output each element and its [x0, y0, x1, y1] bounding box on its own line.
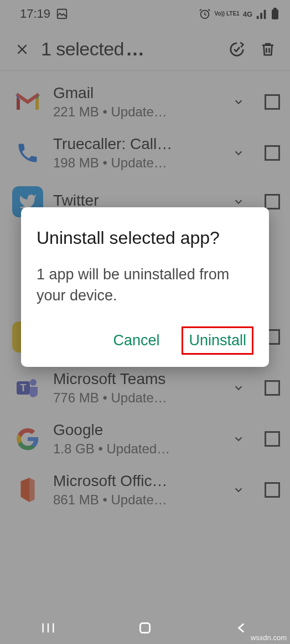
uninstall-dialog: Uninstall selected app? 1 app will be un…	[21, 207, 269, 367]
uninstall-button[interactable]: Uninstall	[182, 326, 253, 355]
svg-rect-7	[140, 623, 149, 632]
dialog-title: Uninstall selected app?	[37, 226, 253, 250]
cancel-button[interactable]: Cancel	[106, 326, 166, 355]
nav-bar	[0, 612, 290, 644]
watermark: wsxdn.com	[251, 633, 287, 642]
nav-recents-icon[interactable]	[32, 620, 65, 636]
nav-home-icon[interactable]	[128, 621, 162, 635]
dialog-body: 1 app will be uninstalled from your devi…	[37, 264, 253, 306]
